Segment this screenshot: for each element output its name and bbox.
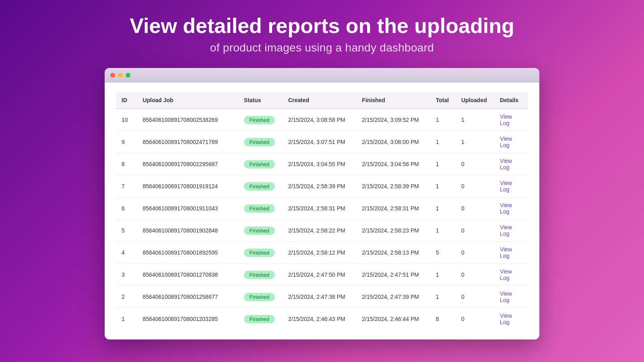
cell-total: 1: [430, 109, 456, 131]
cell-created: 2/15/2024, 3:08:58 PM: [283, 109, 356, 131]
cell-created: 2/15/2024, 2:58:31 PM: [283, 197, 356, 220]
cell-total: 1: [430, 175, 456, 197]
cell-finished: 2/15/2024, 3:09:52 PM: [356, 109, 430, 131]
view-log-link[interactable]: View Log: [500, 313, 512, 325]
cell-upload-job: 856406100891708001203285: [137, 308, 238, 330]
cell-details: View Log: [494, 308, 528, 330]
col-header-created: Created: [283, 92, 356, 109]
dot-red-icon[interactable]: [110, 73, 115, 78]
view-log-link[interactable]: View Log: [500, 246, 512, 259]
cell-upload-job: 856406100891708002295687: [137, 153, 238, 175]
cell-created: 2/15/2024, 2:47:38 PM: [283, 286, 356, 308]
cell-uploaded: 0: [456, 264, 494, 286]
cell-upload-job: 856406100891708001270838: [137, 264, 238, 286]
table-row: 10 85640610089170800253826​9 Finished 2/…: [116, 109, 528, 131]
cell-finished: 2/15/2024, 2:58:13 PM: [356, 242, 430, 264]
cell-finished: 2/15/2024, 2:58:31 PM: [356, 197, 430, 220]
cell-status: Finished: [238, 308, 283, 330]
status-badge: Finished: [244, 315, 275, 323]
view-log-link[interactable]: View Log: [500, 290, 512, 303]
cell-uploaded: 0: [456, 197, 494, 220]
cell-details: View Log: [494, 264, 528, 286]
browser-content: ID Upload Job Status Created Finished To…: [105, 82, 539, 339]
cell-status: Finished: [238, 220, 283, 242]
status-badge: Finished: [244, 249, 275, 257]
cell-finished: 2/15/2024, 3:08:00 PM: [356, 131, 430, 153]
table-row: 5 856406100891708001902848 Finished 2/15…: [116, 220, 528, 242]
view-log-link[interactable]: View Log: [500, 158, 512, 171]
cell-created: 2/15/2024, 2:58:12 PM: [283, 242, 356, 264]
cell-details: View Log: [494, 109, 528, 131]
view-log-link[interactable]: View Log: [500, 180, 512, 193]
cell-status: Finished: [238, 153, 283, 175]
cell-details: View Log: [494, 242, 528, 264]
cell-total: 1: [430, 131, 456, 153]
cell-upload-job: 856406100891708001258677: [137, 286, 238, 308]
view-log-link[interactable]: View Log: [500, 224, 512, 237]
cell-upload-job: 85640610089170800253826​9: [137, 109, 238, 131]
cell-upload-job: 856406100891708001919124: [137, 175, 238, 197]
cell-details: View Log: [494, 220, 528, 242]
cell-details: View Log: [494, 131, 528, 153]
cell-upload-job: 856406100891708002471789: [137, 131, 238, 153]
col-header-id: ID: [116, 92, 137, 109]
cell-id: 9: [116, 131, 137, 153]
table-row: 4 856406100891708001892595 Finished 2/15…: [116, 242, 528, 264]
cell-status: Finished: [238, 286, 283, 308]
table-row: 9 856406100891708002471789 Finished 2/15…: [116, 131, 528, 153]
cell-created: 2/15/2024, 2:46:43 PM: [283, 308, 356, 330]
browser-titlebar: [105, 68, 539, 82]
status-badge: Finished: [244, 160, 275, 169]
cell-total: 8: [430, 308, 456, 330]
cell-details: View Log: [494, 286, 528, 308]
view-log-link[interactable]: View Log: [500, 136, 512, 148]
cell-status: Finished: [238, 109, 283, 131]
table-row: 8 856406100891708002295687 Finished 2/15…: [116, 153, 528, 175]
cell-total: 1: [430, 153, 456, 175]
view-log-link[interactable]: View Log: [500, 113, 512, 126]
cell-uploaded: 0: [456, 153, 494, 175]
cell-finished: 2/15/2024, 2:58:39 PM: [356, 175, 430, 197]
cell-uploaded: 1: [456, 109, 494, 131]
cell-status: Finished: [238, 264, 283, 286]
view-log-link[interactable]: View Log: [500, 202, 512, 215]
cell-id: 2: [116, 286, 137, 308]
cell-id: 6: [116, 197, 137, 220]
col-header-details: Details: [494, 92, 528, 109]
cell-finished: 2/15/2024, 3:04:56 PM: [356, 153, 430, 175]
col-header-finished: Finished: [356, 92, 430, 109]
col-header-uploaded: Uploaded: [456, 92, 494, 109]
cell-uploaded: 0: [456, 242, 494, 264]
cell-created: 2/15/2024, 3:04:55 PM: [283, 153, 356, 175]
cell-status: Finished: [238, 175, 283, 197]
cell-id: 7: [116, 175, 137, 197]
col-header-status: Status: [238, 92, 283, 109]
cell-total: 1: [430, 220, 456, 242]
status-badge: Finished: [244, 182, 275, 191]
cell-uploaded: 0: [456, 308, 494, 330]
cell-details: View Log: [494, 153, 528, 175]
cell-status: Finished: [238, 242, 283, 264]
cell-details: View Log: [494, 197, 528, 220]
col-header-total: Total: [430, 92, 456, 109]
cell-uploaded: 0: [456, 220, 494, 242]
cell-created: 2/15/2024, 2:58:22 PM: [283, 220, 356, 242]
sub-title: of product images using a handy dashboar…: [130, 41, 514, 54]
table-header-row: ID Upload Job Status Created Finished To…: [116, 92, 528, 109]
status-badge: Finished: [244, 138, 275, 146]
dot-yellow-icon[interactable]: [118, 73, 123, 78]
col-header-upload-job: Upload Job: [137, 92, 238, 109]
main-title: View detailed reports on the uploading: [130, 14, 514, 37]
cell-id: 10: [116, 109, 137, 131]
cell-upload-job: 856406100891708001911043: [137, 197, 238, 220]
cell-upload-job: 856406100891708001902848: [137, 220, 238, 242]
cell-uploaded: 0: [456, 286, 494, 308]
status-badge: Finished: [244, 293, 275, 301]
table-row: 2 856406100891708001258677 Finished 2/15…: [116, 286, 528, 308]
table-row: 6 856406100891708001911043 Finished 2/15…: [116, 197, 528, 220]
status-badge: Finished: [244, 271, 275, 279]
dot-green-icon[interactable]: [126, 73, 130, 78]
cell-id: 4: [116, 242, 137, 264]
cell-id: 1: [116, 308, 137, 330]
view-log-link[interactable]: View Log: [500, 268, 512, 281]
